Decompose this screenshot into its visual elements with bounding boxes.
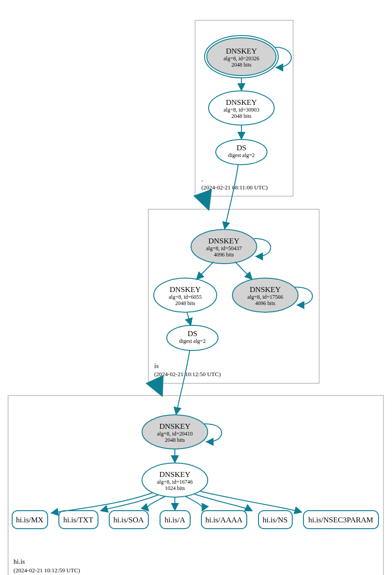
is-ds-title: DS: [187, 329, 197, 338]
hi-zsk-alg: alg=8, id=16746: [157, 479, 193, 485]
rr-aaaa-label: hi.is/AAAA: [205, 516, 243, 524]
hi-ksk-alg: alg=8, id=20410: [157, 431, 193, 437]
edge-ik1-ik2: [197, 262, 214, 279]
is-ksk-alg: alg=8, id=50437: [206, 245, 242, 252]
edge-ids-hk1: [176, 350, 190, 414]
is-ds-alg: digest alg=2: [179, 338, 205, 344]
edge-hk2-nsec: [200, 491, 301, 512]
root-ksk-bits: 2048 bits: [232, 62, 252, 68]
zone-root-label: .: [201, 175, 203, 183]
zone-is-label: is: [154, 362, 159, 369]
root-ksk-alg: alg=8, id=20326: [223, 55, 259, 62]
zone-hi-label: hi.is: [13, 558, 25, 565]
root-zsk-alg: alg=8, id=30903: [223, 107, 259, 113]
is-zsk-alg: alg=8, id=6055: [169, 294, 202, 300]
rr-ns-label: hi.is/NS: [263, 516, 287, 524]
is-zsk-title: DNSKEY: [170, 285, 201, 294]
edge-hk2-mx: [52, 493, 153, 513]
root-ksk-title: DNSKEY: [226, 47, 257, 55]
hi-zsk-bits: 1024 bits: [165, 485, 185, 491]
is-ksk-bits: 4096 bits: [214, 252, 234, 258]
edge-root-to-is: [204, 197, 208, 208]
rr-nsec-label: hi.is/NSEC3PARAM: [308, 516, 373, 524]
zone-is-time: (2024-02-21 10:12:50 UTC): [154, 371, 221, 377]
root-zsk-title: DNSKEY: [226, 98, 257, 107]
hi-zsk-title: DNSKEY: [160, 470, 191, 479]
hi-ksk-bits: 2048 bits: [165, 437, 185, 443]
is-key-sec-alg: alg=8, id=17566: [247, 294, 283, 300]
root-ds-alg: digest alg=2: [228, 152, 254, 158]
dnssec-diagram: DNSKEY alg=8, id=20326 2048 bits DNSKEY …: [0, 0, 392, 575]
rr-mx-label: hi.is/MX: [16, 516, 44, 524]
is-zsk-bits: 2048 bits: [175, 300, 196, 306]
hi-ksk-title: DNSKEY: [160, 422, 191, 431]
edge-ik2-ids: [187, 312, 191, 325]
is-key-sec-title: DNSKEY: [250, 285, 281, 294]
edge-ik1-ik3: [235, 262, 252, 279]
edge-is-to-hi: [156, 383, 161, 394]
rr-a-label: hi.is/A: [165, 516, 186, 524]
edge-hk2-txt: [101, 495, 158, 511]
is-key-sec-bits: 4096 bits: [255, 300, 276, 306]
root-ds-title: DS: [236, 144, 246, 152]
root-ksk-self-edge: [275, 47, 291, 67]
edge-hk2-aaaa: [185, 496, 203, 511]
rr-soa-label: hi.is/SOA: [113, 516, 144, 524]
edge-hk2-soa: [147, 496, 165, 511]
is-ksk-title: DNSKEY: [209, 237, 240, 245]
root-zsk-bits: 2048 bits: [232, 113, 252, 119]
rr-txt-label: hi.is/TXT: [63, 516, 94, 524]
zone-hi-time: (2024-02-21 10:12:59 UTC): [13, 567, 80, 574]
